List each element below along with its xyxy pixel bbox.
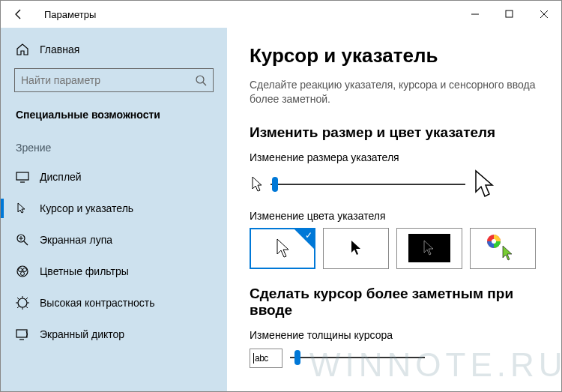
nav-high-contrast[interactable]: Высокая контрастность (1, 287, 227, 319)
svg-line-22 (26, 307, 28, 308)
back-button[interactable] (7, 2, 31, 26)
check-icon: ✓ (305, 230, 312, 241)
group-header: Зрение (1, 134, 227, 161)
high-contrast-icon (16, 296, 29, 310)
slider-thumb[interactable] (294, 350, 300, 365)
pointer-color-custom[interactable] (470, 228, 536, 269)
nav-narrator[interactable]: Экранный диктор (1, 319, 227, 350)
color-filters-icon (16, 265, 29, 278)
cursor-section-heading: Сделать курсор более заметным при вводе (250, 286, 546, 319)
svg-point-15 (21, 272, 25, 276)
nav-item-label: Экранная лупа (40, 234, 112, 246)
window-title: Параметры (44, 9, 96, 20)
svg-line-21 (17, 298, 19, 299)
nav-item-label: Высокая контрастность (40, 297, 154, 309)
pointer-section-heading: Изменить размер и цвет указателя (250, 124, 546, 141)
svg-point-28 (492, 239, 496, 244)
svg-line-23 (26, 298, 28, 299)
nav-color-filters[interactable]: Цветные фильтры (1, 256, 227, 287)
arrow-left-icon (13, 8, 25, 20)
cursor-thickness-label: Изменение толщины курсора (250, 329, 546, 341)
pointer-preview-icon (422, 240, 435, 256)
svg-point-14 (23, 268, 27, 272)
cursor-preview: abc (250, 349, 282, 368)
pointer-color-inverted[interactable] (396, 228, 462, 269)
svg-rect-25 (16, 330, 27, 337)
nav-item-label: Дисплей (40, 171, 82, 183)
nav-magnifier[interactable]: Экранная лупа (1, 224, 227, 256)
home-icon (16, 43, 29, 56)
pointer-color-label: Изменение цвета указателя (250, 210, 546, 222)
nav-cursor-pointer[interactable]: Курсор и указатель (1, 193, 227, 224)
maximize-button[interactable] (492, 1, 527, 28)
nav-item-label: Экранный диктор (40, 328, 124, 340)
page-description: Сделайте реакцию указателя, курсора и се… (250, 78, 546, 106)
maximize-icon (505, 10, 514, 19)
pointer-color-white[interactable]: ✓ (250, 228, 315, 269)
display-icon (16, 170, 29, 184)
slider-thumb[interactable] (272, 177, 278, 192)
svg-point-16 (18, 298, 27, 307)
minimize-icon (471, 10, 480, 19)
cursor-thickness-slider[interactable] (290, 357, 425, 358)
search-input[interactable] (21, 74, 195, 86)
nav-item-label: Цветные фильтры (40, 265, 129, 277)
current-category: Специальные возможности (1, 104, 227, 134)
home-label: Главная (40, 43, 79, 55)
svg-line-5 (203, 82, 206, 85)
svg-point-13 (19, 268, 22, 272)
svg-line-24 (17, 307, 19, 308)
svg-line-9 (24, 241, 28, 245)
narrator-icon (16, 328, 29, 341)
page-title: Курсор и указатель (250, 44, 546, 67)
pointer-large-icon (471, 169, 497, 199)
close-icon (540, 10, 549, 19)
pointer-size-slider[interactable] (271, 184, 465, 185)
nav-display[interactable]: Дисплей (1, 161, 227, 193)
color-wheel-icon (486, 233, 502, 250)
minimize-button[interactable] (458, 1, 492, 28)
close-button[interactable] (527, 1, 561, 28)
pointer-small-icon (250, 175, 265, 193)
search-input-container[interactable] (14, 68, 214, 92)
magnifier-icon (16, 233, 29, 247)
pointer-color-black[interactable] (323, 228, 389, 269)
home-nav[interactable]: Главная (1, 38, 227, 65)
svg-rect-6 (16, 172, 28, 180)
pointer-preview-icon (501, 245, 514, 262)
nav-item-label: Курсор и указатель (40, 202, 133, 214)
svg-rect-1 (506, 10, 513, 17)
cursor-pointer-icon (16, 202, 29, 215)
pointer-size-label: Изменение размера указателя (250, 151, 546, 163)
svg-point-4 (196, 76, 204, 83)
pointer-preview-icon (349, 240, 363, 256)
pointer-preview-icon (274, 238, 291, 259)
search-icon (195, 74, 207, 86)
